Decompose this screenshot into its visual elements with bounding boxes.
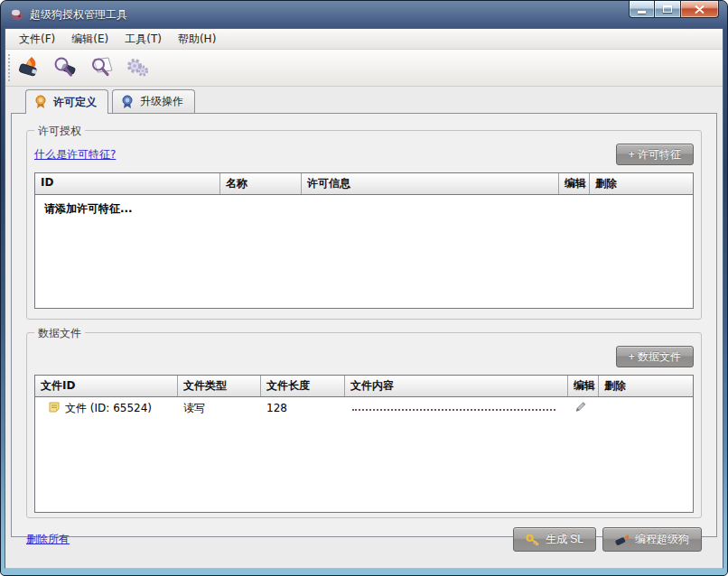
generate-sl-button[interactable]: 生成 SL	[513, 527, 596, 552]
add-data-file-button[interactable]: + 数据文件	[616, 346, 694, 367]
preview-document-icon[interactable]	[87, 53, 116, 82]
license-authorization-group: 许可授权 什么是许可特征? + 许可特征 ID 名称 许可信息 编辑 删除	[26, 130, 702, 320]
data-file-id: 文件 (ID: 65524)	[65, 401, 152, 416]
upgrade-ribbon-icon	[120, 95, 135, 109]
delete-all-link[interactable]: 删除所有	[26, 532, 70, 547]
client-area: 文件(F) 编辑(E) 工具(T) 帮助(H)	[5, 28, 723, 569]
menu-item-tools[interactable]: 工具(T)	[117, 29, 170, 50]
data-files-table: 文件ID 文件类型 文件长度 文件内容 编辑 删除	[34, 375, 694, 513]
col-id[interactable]: ID	[35, 173, 220, 194]
add-license-feature-button[interactable]: + 许可特征	[616, 144, 694, 165]
program-superdog-icon[interactable]	[14, 53, 43, 82]
license-table-empty-text: 请添加许可特征...	[35, 195, 693, 223]
program-superdog-button[interactable]: 编程超级狗	[602, 527, 702, 552]
col-license-info[interactable]: 许可信息	[302, 173, 559, 194]
tab-license-definition-label: 许可定义	[53, 95, 97, 110]
data-files-table-header: 文件ID 文件类型 文件长度 文件内容 编辑 删除	[35, 376, 693, 397]
license-features-table: ID 名称 许可信息 编辑 删除 请添加许可特征...	[34, 172, 694, 309]
col-file-length[interactable]: 文件长度	[261, 376, 345, 396]
menu-item-file[interactable]: 文件(F)	[11, 29, 63, 50]
data-files-group-title: 数据文件	[34, 326, 85, 341]
toolbar-grip	[8, 54, 11, 81]
col-edit[interactable]: 编辑	[559, 173, 590, 194]
window-controls	[629, 1, 719, 18]
settings-gears-icon	[123, 53, 152, 82]
generate-sl-label: 生成 SL	[546, 532, 583, 547]
data-file-type: 读写	[183, 401, 205, 416]
col-file-type[interactable]: 文件类型	[178, 376, 261, 396]
program-superdog-label: 编程超级狗	[635, 532, 689, 547]
content-area: 许可定义 升级操作 许可授权 什么是许可特征?	[5, 87, 723, 537]
toolbar	[5, 50, 723, 87]
data-file-content-dots	[352, 402, 555, 411]
panel-footer: 删除所有 生成 SL	[26, 527, 702, 552]
key-icon	[526, 534, 540, 546]
close-icon	[695, 5, 705, 14]
col-delete[interactable]: 删除	[590, 173, 693, 194]
maximize-icon	[663, 5, 672, 13]
close-button[interactable]	[680, 1, 719, 18]
license-table-header: ID 名称 许可信息 编辑 删除	[35, 173, 693, 195]
license-table-body: 请添加许可特征...	[35, 195, 693, 308]
minimize-button[interactable]	[629, 1, 655, 18]
tab-bar: 许可定义 升级操作	[11, 89, 717, 113]
window-title: 超级狗授权管理工具	[30, 7, 127, 23]
license-definition-panel: 许可授权 什么是许可特征? + 许可特征 ID 名称 许可信息 编辑 删除	[11, 113, 717, 537]
minimize-icon	[638, 11, 646, 14]
data-files-table-body: 文件 (ID: 65524) 读写 128	[35, 397, 693, 512]
data-files-group: 数据文件 + 数据文件 文件ID 文件类型 文件长度 文件内容 编辑 删除	[26, 332, 702, 518]
col-name[interactable]: 名称	[220, 173, 302, 194]
dongle-icon	[615, 534, 630, 546]
titlebar[interactable]: 超级狗授权管理工具	[1, 1, 727, 28]
data-file-note-icon	[48, 401, 61, 416]
tab-upgrade-operations-label: 升级操作	[140, 94, 183, 109]
inspect-superdog-icon[interactable]	[51, 53, 79, 82]
app-icon	[10, 7, 24, 22]
app-window: 超级狗授权管理工具 文件(F) 编辑(E) 工具(T) 帮助(H)	[0, 0, 728, 576]
license-group-title: 许可授权	[34, 124, 85, 139]
menu-item-help[interactable]: 帮助(H)	[170, 29, 224, 50]
data-file-length: 128	[266, 402, 287, 414]
tab-license-definition[interactable]: 许可定义	[25, 89, 108, 114]
col-file-edit[interactable]: 编辑	[568, 376, 599, 396]
table-row[interactable]: 文件 (ID: 65524) 读写 128	[35, 397, 693, 419]
tab-upgrade-operations[interactable]: 升级操作	[112, 89, 195, 113]
what-is-license-feature-link[interactable]: 什么是许可特征?	[34, 147, 116, 163]
col-file-delete[interactable]: 删除	[599, 376, 693, 396]
menubar: 文件(F) 编辑(E) 工具(T) 帮助(H)	[5, 29, 723, 50]
maximize-button[interactable]	[655, 1, 680, 18]
edit-pencil-icon[interactable]	[574, 400, 587, 416]
menu-item-edit[interactable]: 编辑(E)	[63, 29, 117, 50]
license-ribbon-icon	[33, 95, 48, 109]
col-file-content[interactable]: 文件内容	[345, 376, 568, 396]
col-file-id[interactable]: 文件ID	[35, 376, 178, 396]
